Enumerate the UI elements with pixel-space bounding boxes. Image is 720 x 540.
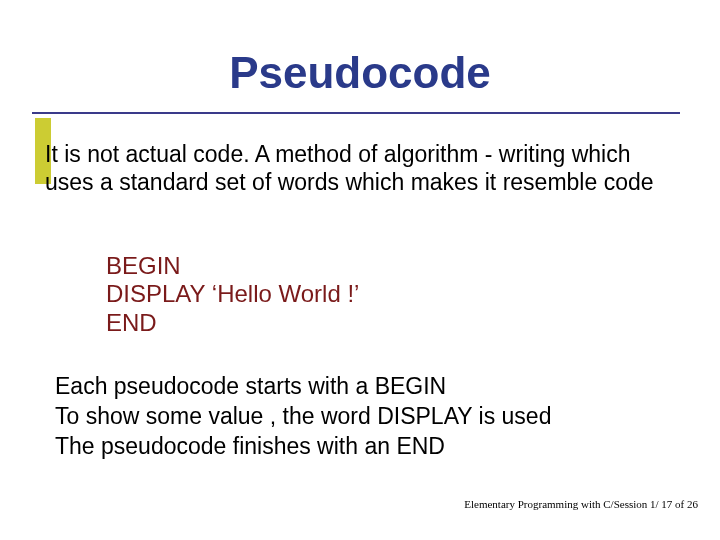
code-line-display: DISPLAY ‘Hello World !’ — [106, 280, 359, 308]
title-wrap: Pseudocode — [0, 48, 720, 104]
slide-footer: Elementary Programming with C/Session 1/… — [464, 498, 698, 510]
explanation-paragraph: Each pseudocode starts with a BEGIN To s… — [55, 372, 680, 462]
slide-title: Pseudocode — [0, 48, 720, 104]
explanation-line-3: The pseudocode finishes with an END — [55, 432, 680, 462]
explanation-line-2: To show some value , the word DISPLAY is… — [55, 402, 680, 432]
code-line-end: END — [106, 309, 359, 337]
title-underline — [32, 112, 680, 114]
slide: Pseudocode It is not actual code. A meth… — [0, 0, 720, 540]
explanation-line-1: Each pseudocode starts with a BEGIN — [55, 372, 680, 402]
pseudocode-block: BEGIN DISPLAY ‘Hello World !’ END — [106, 252, 359, 337]
code-line-begin: BEGIN — [106, 252, 359, 280]
intro-paragraph: It is not actual code. A method of algor… — [45, 140, 680, 196]
